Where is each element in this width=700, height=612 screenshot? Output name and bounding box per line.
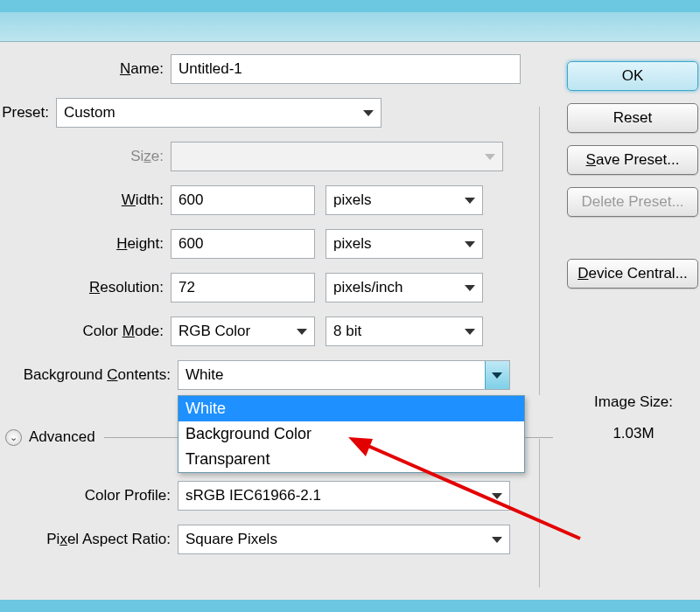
color-profile-label: Color Profile:	[0, 487, 178, 504]
bg-option-white[interactable]: White	[178, 396, 524, 421]
height-label: Height:	[0, 235, 171, 253]
name-label: Name:	[0, 60, 171, 78]
pixel-aspect-label: Pixel Aspect Ratio:	[0, 531, 178, 548]
titlebar	[0, 12, 700, 42]
chevron-down-icon	[492, 372, 502, 379]
image-size-label: Image Size:	[567, 393, 700, 411]
chevron-down-icon	[465, 329, 475, 335]
preset-dropdown[interactable]: Custom	[56, 98, 382, 128]
bit-depth-dropdown[interactable]: 8 bit	[326, 316, 483, 346]
color-mode-dropdown[interactable]: RGB Color	[171, 316, 315, 346]
advanced-label: Advanced	[29, 428, 95, 446]
ok-button[interactable]: OK	[567, 61, 698, 91]
divider	[539, 439, 540, 588]
color-mode-label: Color Mode:	[0, 323, 171, 340]
color-profile-dropdown[interactable]: sRGB IEC61966-2.1	[178, 481, 510, 511]
chevron-down-icon	[363, 110, 374, 116]
chevron-down-icon	[485, 154, 495, 160]
size-dropdown	[171, 142, 503, 171]
height-unit-dropdown[interactable]: pixels	[326, 229, 483, 259]
device-central-button[interactable]: Device Central...	[567, 259, 698, 289]
form-area: Name: Preset: Custom Size: Width: pixels	[0, 54, 560, 596]
bg-contents-label: Background Contents:	[0, 366, 178, 384]
chevron-down-icon	[465, 285, 475, 291]
width-input[interactable]	[171, 185, 315, 215]
resolution-input[interactable]	[171, 273, 315, 303]
name-input[interactable]	[171, 54, 521, 84]
bg-option-background-color[interactable]: Background Color	[178, 421, 524, 447]
divider	[539, 107, 540, 395]
width-unit-dropdown[interactable]: pixels	[326, 185, 483, 215]
chevron-down-icon	[465, 198, 475, 204]
width-label: Width:	[0, 191, 171, 209]
advanced-toggle[interactable]: ⌄	[5, 429, 22, 446]
resolution-label: Resolution:	[0, 279, 171, 296]
save-preset-button[interactable]: Save Preset...	[567, 145, 698, 175]
side-panel: OK Reset Save Preset... Delete Preset...…	[567, 61, 700, 603]
delete-preset-button: Delete Preset...	[567, 187, 698, 217]
chevron-down-icon	[465, 241, 475, 247]
bg-contents-dropdown-button[interactable]	[485, 361, 509, 389]
bg-contents-options-list[interactable]: White Background Color Transparent	[178, 395, 525, 473]
resolution-unit-dropdown[interactable]: pixels/inch	[326, 273, 483, 303]
chevron-down-icon	[492, 493, 502, 499]
height-input[interactable]	[171, 229, 315, 259]
chevron-down-icon	[297, 329, 307, 335]
reset-button[interactable]: Reset	[567, 103, 698, 133]
chevron-down-icon	[492, 537, 502, 543]
new-document-dialog: Name: Preset: Custom Size: Width: pixels	[0, 0, 700, 612]
bg-contents-dropdown[interactable]: White	[178, 360, 510, 390]
size-label: Size:	[0, 148, 171, 165]
pixel-aspect-dropdown[interactable]: Square Pixels	[178, 525, 510, 554]
preset-label: Preset:	[0, 104, 56, 122]
image-size-value: 1.03M	[567, 425, 700, 442]
bg-option-transparent[interactable]: Transparent	[178, 447, 524, 472]
